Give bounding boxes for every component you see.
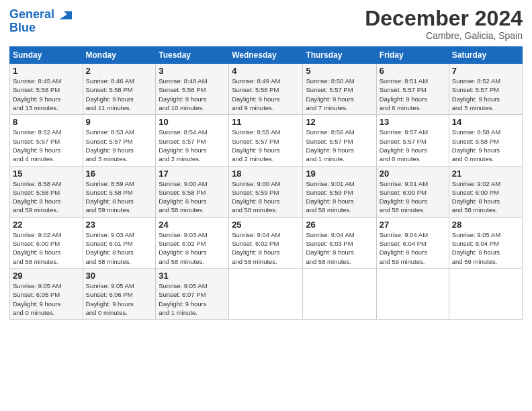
day-number: 22 xyxy=(13,220,80,230)
calendar-cell: 4Sunrise: 8:49 AM Sunset: 5:58 PM Daylig… xyxy=(229,64,303,115)
day-number: 6 xyxy=(380,66,446,76)
calendar-cell: 2Sunrise: 8:46 AM Sunset: 5:58 PM Daylig… xyxy=(83,64,156,115)
calendar-cell: 30Sunrise: 9:05 AM Sunset: 6:06 PM Dayli… xyxy=(83,268,156,319)
day-number: 29 xyxy=(13,271,80,281)
calendar-cell: 23Sunrise: 9:03 AM Sunset: 6:01 PM Dayli… xyxy=(83,217,156,268)
day-info: Sunrise: 9:02 AM Sunset: 6:00 PM Dayligh… xyxy=(13,231,61,265)
calendar-cell: 15Sunrise: 8:58 AM Sunset: 5:58 PM Dayli… xyxy=(10,166,83,217)
day-info: Sunrise: 8:45 AM Sunset: 5:58 PM Dayligh… xyxy=(13,77,61,111)
day-info: Sunrise: 8:46 AM Sunset: 5:58 PM Dayligh… xyxy=(86,77,134,111)
header-row: SundayMondayTuesdayWednesdayThursdayFrid… xyxy=(10,47,523,64)
day-info: Sunrise: 9:04 AM Sunset: 6:03 PM Dayligh… xyxy=(306,231,354,265)
day-number: 3 xyxy=(159,66,226,76)
day-info: Sunrise: 9:02 AM Sunset: 6:00 PM Dayligh… xyxy=(452,180,500,214)
day-number: 16 xyxy=(86,169,153,179)
day-number: 8 xyxy=(13,117,80,127)
day-info: Sunrise: 9:05 AM Sunset: 6:05 PM Dayligh… xyxy=(13,282,61,316)
header-cell-monday: Monday xyxy=(83,47,156,64)
day-info: Sunrise: 9:03 AM Sunset: 6:02 PM Dayligh… xyxy=(159,231,207,265)
calendar-cell xyxy=(449,268,522,319)
week-row-3: 15Sunrise: 8:58 AM Sunset: 5:58 PM Dayli… xyxy=(10,166,523,217)
day-number: 12 xyxy=(306,117,373,127)
day-number: 1 xyxy=(13,66,80,76)
day-info: Sunrise: 8:52 AM Sunset: 5:57 PM Dayligh… xyxy=(452,77,500,111)
calendar-cell: 8Sunrise: 8:52 AM Sunset: 5:57 PM Daylig… xyxy=(10,115,83,166)
logo: General Blue xyxy=(9,7,72,35)
day-number: 23 xyxy=(86,220,153,230)
calendar-cell: 6Sunrise: 8:51 AM Sunset: 5:57 PM Daylig… xyxy=(376,64,449,115)
header-cell-thursday: Thursday xyxy=(303,47,376,64)
calendar-cell: 5Sunrise: 8:50 AM Sunset: 5:57 PM Daylig… xyxy=(303,64,376,115)
day-info: Sunrise: 9:04 AM Sunset: 6:02 PM Dayligh… xyxy=(232,231,280,265)
location-subtitle: Cambre, Galicia, Spain xyxy=(365,30,523,41)
calendar-cell: 24Sunrise: 9:03 AM Sunset: 6:02 PM Dayli… xyxy=(156,217,229,268)
day-info: Sunrise: 8:50 AM Sunset: 5:57 PM Dayligh… xyxy=(306,77,354,111)
day-info: Sunrise: 8:52 AM Sunset: 5:57 PM Dayligh… xyxy=(13,128,61,163)
calendar-table: SundayMondayTuesdayWednesdayThursdayFrid… xyxy=(9,46,523,320)
day-info: Sunrise: 8:59 AM Sunset: 5:58 PM Dayligh… xyxy=(86,180,134,214)
day-info: Sunrise: 8:55 AM Sunset: 5:57 PM Dayligh… xyxy=(232,128,280,163)
calendar-cell: 21Sunrise: 9:02 AM Sunset: 6:00 PM Dayli… xyxy=(449,166,522,217)
day-number: 17 xyxy=(159,169,226,179)
day-number: 31 xyxy=(159,271,226,281)
day-info: Sunrise: 9:05 AM Sunset: 6:06 PM Dayligh… xyxy=(86,282,134,316)
calendar-cell: 27Sunrise: 9:04 AM Sunset: 6:04 PM Dayli… xyxy=(376,217,449,268)
day-number: 21 xyxy=(452,169,519,179)
day-info: Sunrise: 8:53 AM Sunset: 5:57 PM Dayligh… xyxy=(86,128,134,163)
calendar-cell: 11Sunrise: 8:55 AM Sunset: 5:57 PM Dayli… xyxy=(229,115,303,166)
header-cell-wednesday: Wednesday xyxy=(229,47,303,64)
calendar-cell: 10Sunrise: 8:54 AM Sunset: 5:57 PM Dayli… xyxy=(156,115,229,166)
day-number: 25 xyxy=(232,220,300,230)
calendar-cell: 18Sunrise: 9:00 AM Sunset: 5:59 PM Dayli… xyxy=(229,166,303,217)
calendar-cell: 19Sunrise: 9:01 AM Sunset: 5:59 PM Dayli… xyxy=(303,166,376,217)
day-info: Sunrise: 8:48 AM Sunset: 5:58 PM Dayligh… xyxy=(159,77,207,111)
day-number: 5 xyxy=(306,66,373,76)
calendar-cell: 22Sunrise: 9:02 AM Sunset: 6:00 PM Dayli… xyxy=(10,217,83,268)
calendar-cell xyxy=(376,268,449,319)
day-number: 20 xyxy=(380,169,446,179)
header-cell-sunday: Sunday xyxy=(10,47,83,64)
header-cell-friday: Friday xyxy=(376,47,449,64)
day-number: 24 xyxy=(159,220,226,230)
logo-icon xyxy=(56,7,72,23)
day-number: 27 xyxy=(380,220,446,230)
calendar-cell: 12Sunrise: 8:56 AM Sunset: 5:57 PM Dayli… xyxy=(303,115,376,166)
calendar-cell: 29Sunrise: 9:05 AM Sunset: 6:05 PM Dayli… xyxy=(10,268,83,319)
calendar-cell: 25Sunrise: 9:04 AM Sunset: 6:02 PM Dayli… xyxy=(229,217,303,268)
calendar-cell: 16Sunrise: 8:59 AM Sunset: 5:58 PM Dayli… xyxy=(83,166,156,217)
calendar-cell: 3Sunrise: 8:48 AM Sunset: 5:58 PM Daylig… xyxy=(156,64,229,115)
day-number: 19 xyxy=(306,169,373,179)
day-info: Sunrise: 8:58 AM Sunset: 5:58 PM Dayligh… xyxy=(13,180,61,214)
week-row-1: 1Sunrise: 8:45 AM Sunset: 5:58 PM Daylig… xyxy=(10,64,523,115)
day-info: Sunrise: 9:00 AM Sunset: 5:58 PM Dayligh… xyxy=(159,180,207,214)
calendar-cell: 31Sunrise: 9:05 AM Sunset: 6:07 PM Dayli… xyxy=(156,268,229,319)
day-info: Sunrise: 9:00 AM Sunset: 5:59 PM Dayligh… xyxy=(232,180,280,214)
calendar-cell: 13Sunrise: 8:57 AM Sunset: 5:57 PM Dayli… xyxy=(376,115,449,166)
calendar-cell: 26Sunrise: 9:04 AM Sunset: 6:03 PM Dayli… xyxy=(303,217,376,268)
day-info: Sunrise: 8:58 AM Sunset: 5:58 PM Dayligh… xyxy=(452,128,500,163)
day-info: Sunrise: 8:51 AM Sunset: 5:57 PM Dayligh… xyxy=(380,77,428,111)
day-number: 30 xyxy=(86,271,153,281)
day-number: 26 xyxy=(306,220,373,230)
logo-text: General xyxy=(9,8,54,21)
calendar-cell: 28Sunrise: 9:05 AM Sunset: 6:04 PM Dayli… xyxy=(449,217,522,268)
day-number: 10 xyxy=(159,117,226,127)
day-number: 2 xyxy=(86,66,153,76)
day-number: 4 xyxy=(232,66,300,76)
calendar-cell: 7Sunrise: 8:52 AM Sunset: 5:57 PM Daylig… xyxy=(449,64,522,115)
calendar-cell: 20Sunrise: 9:01 AM Sunset: 6:00 PM Dayli… xyxy=(376,166,449,217)
day-number: 11 xyxy=(232,117,300,127)
day-number: 18 xyxy=(232,169,300,179)
week-row-2: 8Sunrise: 8:52 AM Sunset: 5:57 PM Daylig… xyxy=(10,115,523,166)
day-number: 9 xyxy=(86,117,153,127)
day-info: Sunrise: 9:05 AM Sunset: 6:07 PM Dayligh… xyxy=(159,282,207,316)
header-cell-tuesday: Tuesday xyxy=(156,47,229,64)
day-info: Sunrise: 9:01 AM Sunset: 6:00 PM Dayligh… xyxy=(380,180,428,214)
day-info: Sunrise: 9:01 AM Sunset: 5:59 PM Dayligh… xyxy=(306,180,354,214)
day-info: Sunrise: 8:49 AM Sunset: 5:58 PM Dayligh… xyxy=(232,77,280,111)
day-info: Sunrise: 8:57 AM Sunset: 5:57 PM Dayligh… xyxy=(380,128,428,163)
header-cell-saturday: Saturday xyxy=(449,47,522,64)
calendar-cell: 1Sunrise: 8:45 AM Sunset: 5:58 PM Daylig… xyxy=(10,64,83,115)
month-title: December 2024 xyxy=(365,7,523,30)
week-row-5: 29Sunrise: 9:05 AM Sunset: 6:05 PM Dayli… xyxy=(10,268,523,319)
